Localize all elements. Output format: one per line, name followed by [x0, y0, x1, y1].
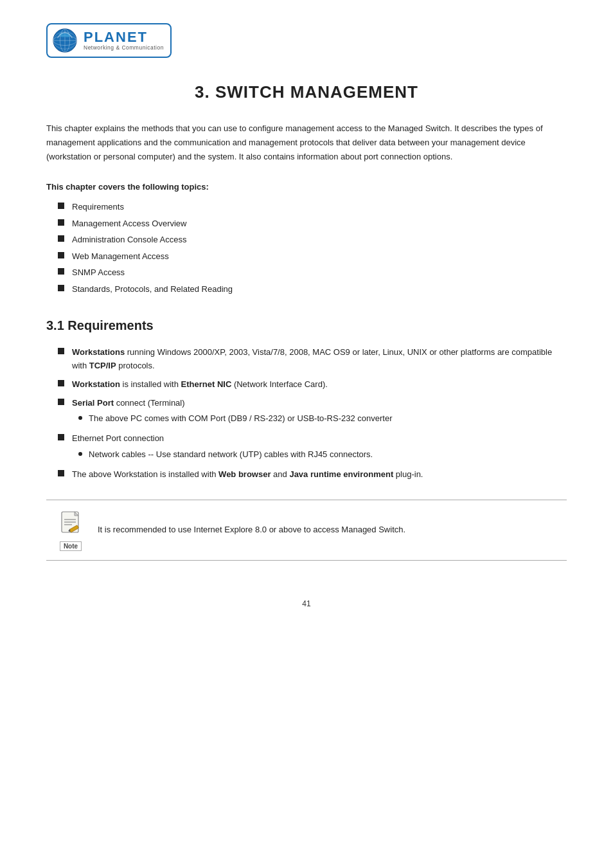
bold-text: Serial Port [72, 398, 114, 408]
topic-label: Management Access Overview [72, 217, 186, 230]
topic-label: Administration Console Access [72, 233, 186, 246]
bullet-icon [58, 434, 64, 440]
intro-paragraph: This chapter explains the methods that y… [46, 122, 567, 164]
list-item: SNMP Access [58, 266, 567, 279]
sub-item-text: Network cables -- Use standard network (… [89, 448, 373, 462]
bullet-icon [58, 252, 64, 258]
note-icon-area: Note [57, 509, 85, 551]
req-item-content: Ethernet Port connection Network cables … [72, 432, 567, 463]
bold-text: Workstations [72, 347, 125, 357]
page: PLANET Networking & Communication 3. SWI… [0, 0, 613, 868]
req-item-content: The above Workstation is installed with … [72, 468, 567, 482]
req-item-content: Serial Port connect (Terminal) The above… [72, 397, 567, 428]
note-icon [57, 509, 85, 538]
bullet-icon [58, 268, 64, 275]
req-item-content: Workstations running Windows 2000/XP, 20… [72, 346, 567, 373]
sub-list-item: Network cables -- Use standard network (… [78, 448, 567, 462]
bullet-icon [58, 203, 64, 209]
logo-box: PLANET Networking & Communication [46, 23, 172, 58]
chapter-title: 3. SWITCH MANAGEMENT [46, 82, 567, 102]
sub-list: Network cables -- Use standard network (… [78, 448, 567, 462]
bullet-icon [58, 219, 64, 226]
topic-label: Requirements [72, 201, 124, 213]
sub-bullet-icon [78, 452, 82, 456]
bold-text: Java runtime environment [289, 469, 393, 479]
bullet-icon [58, 470, 64, 476]
logo-planet-text: PLANET [84, 30, 164, 45]
bullet-icon [58, 380, 64, 386]
planet-logo-icon [51, 27, 78, 54]
topic-label: Standards, Protocols, and Related Readin… [72, 283, 233, 296]
list-item: Administration Console Access [58, 233, 567, 246]
list-item: Standards, Protocols, and Related Readin… [58, 283, 567, 296]
bold-text: Workstation [72, 379, 120, 389]
topic-label: SNMP Access [72, 266, 125, 279]
logo-area: PLANET Networking & Communication [46, 23, 567, 58]
sub-bullet-icon [78, 416, 82, 420]
bullet-icon [58, 399, 64, 405]
list-item: Ethernet Port connection Network cables … [58, 432, 567, 463]
bold-text: Web browser [218, 469, 271, 479]
bold-text: Ethernet NIC [181, 379, 232, 389]
note-box: Note It is recommended to use Internet E… [46, 500, 567, 561]
topics-heading: This chapter covers the following topics… [46, 182, 567, 192]
note-label: Note [60, 541, 82, 551]
bullet-icon [58, 235, 64, 242]
list-item: Workstations running Windows 2000/XP, 20… [58, 346, 567, 373]
note-text: It is recommended to use Internet Explor… [98, 523, 556, 537]
list-item: The above Workstation is installed with … [58, 468, 567, 482]
topics-list: Requirements Management Access Overview … [58, 201, 567, 295]
logo-sub-text: Networking & Communication [84, 45, 164, 51]
list-item: Web Management Access [58, 250, 567, 263]
list-item: Management Access Overview [58, 217, 567, 230]
topic-label: Web Management Access [72, 250, 169, 263]
sub-list: The above PC comes with COM Port (DB9 / … [78, 412, 567, 426]
page-number: 41 [46, 599, 567, 608]
list-item: Requirements [58, 201, 567, 213]
bullet-icon [58, 348, 64, 354]
list-item: Serial Port connect (Terminal) The above… [58, 397, 567, 428]
section-31-heading: 3.1 Requirements [46, 318, 567, 333]
req-item-content: Workstation is installed with Ethernet N… [72, 378, 567, 392]
list-item: Workstation is installed with Ethernet N… [58, 378, 567, 392]
bold-text: TCP/IP [89, 361, 116, 370]
requirements-list: Workstations running Windows 2000/XP, 20… [58, 346, 567, 481]
bullet-icon [58, 285, 64, 291]
sub-list-item: The above PC comes with COM Port (DB9 / … [78, 412, 567, 426]
logo-text-area: PLANET Networking & Communication [84, 30, 164, 51]
sub-item-text: The above PC comes with COM Port (DB9 / … [89, 412, 393, 426]
